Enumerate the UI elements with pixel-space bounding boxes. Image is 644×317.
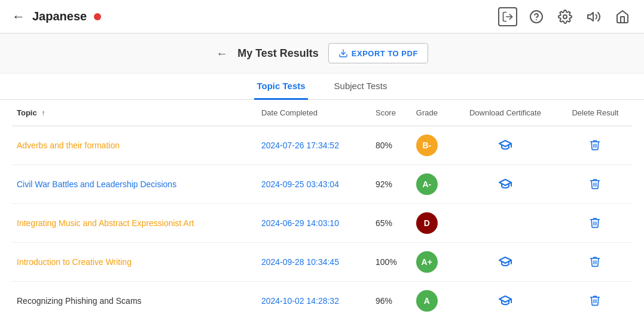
grade-cell: A+ xyxy=(411,243,452,282)
table-row: Recognizing Phishing and Scams2024-10-02… xyxy=(12,282,632,318)
delete-result-button[interactable] xyxy=(589,143,601,153)
download-cert-button[interactable] xyxy=(498,183,512,193)
delete-cell xyxy=(558,243,632,282)
topic-link[interactable]: Integrating Music and Abstract Expressio… xyxy=(17,218,194,228)
delete-result-button[interactable] xyxy=(589,260,601,269)
grade-badge: A+ xyxy=(416,251,438,273)
delete-cell xyxy=(558,126,632,165)
home-icon[interactable] xyxy=(613,7,632,26)
export-pdf-button[interactable]: EXPORT TO PDF xyxy=(328,43,428,63)
table-row: Adverbs and their formation2024-07-26 17… xyxy=(12,126,632,165)
topic-link[interactable]: Civil War Battles and Leadership Decisio… xyxy=(17,179,176,189)
back-button[interactable]: ← xyxy=(12,9,25,25)
page-title: Japanese xyxy=(32,10,87,23)
date-cell: 2024-09-25 03:43:04 xyxy=(257,165,371,204)
delete-cell xyxy=(558,204,632,243)
grade-badge: A- xyxy=(416,173,438,195)
topic-link[interactable]: Adverbs and their formation xyxy=(17,141,120,150)
header-icons xyxy=(498,7,632,26)
score-cell: 65% xyxy=(371,204,411,243)
tab-subject-tests[interactable]: Subject Tests xyxy=(332,74,390,100)
help-icon[interactable] xyxy=(527,7,546,26)
download-cert-cell xyxy=(452,243,558,282)
sub-header-title: My Test Results xyxy=(237,47,319,60)
grade-badge: A xyxy=(416,290,438,312)
download-cert-button[interactable] xyxy=(498,144,512,154)
sub-back-arrow[interactable]: ← xyxy=(216,47,228,60)
date-cell: 2024-10-02 14:28:32 xyxy=(257,282,371,318)
download-cert-cell xyxy=(452,204,558,243)
exit-icon[interactable] xyxy=(498,7,517,26)
score-cell: 100% xyxy=(371,243,411,282)
grade-cell: D xyxy=(411,204,452,243)
audio-icon[interactable] xyxy=(584,7,603,26)
score-cell: 92% xyxy=(371,165,411,204)
delete-result-button[interactable] xyxy=(589,221,601,230)
score-cell: 80% xyxy=(371,126,411,165)
table-row: Civil War Battles and Leadership Decisio… xyxy=(12,165,632,204)
table-row: Introduction to Creative Writing2024-09-… xyxy=(12,243,632,282)
date-cell: 2024-06-29 14:03:10 xyxy=(257,204,371,243)
results-table: Topic ↑ Date Completed Score Grade Downl… xyxy=(12,100,632,317)
col-topic: Topic ↑ xyxy=(12,100,257,126)
col-delete: Delete Result xyxy=(558,100,632,126)
header-left: ← Japanese xyxy=(12,9,101,25)
table-container: Topic ↑ Date Completed Score Grade Downl… xyxy=(0,100,644,317)
download-cert-button[interactable] xyxy=(498,261,512,270)
download-icon xyxy=(338,48,348,58)
topic-link[interactable]: Introduction to Creative Writing xyxy=(17,257,132,267)
grade-badge: B- xyxy=(416,135,438,156)
grade-cell: A xyxy=(411,282,452,318)
tabs: Topic Tests Subject Tests xyxy=(0,74,644,100)
delete-cell xyxy=(558,165,632,204)
download-cert-cell xyxy=(452,126,558,165)
score-cell: 96% xyxy=(371,282,411,318)
delete-result-button[interactable] xyxy=(589,298,601,308)
download-cert-button[interactable] xyxy=(498,300,512,309)
sub-header: ← My Test Results EXPORT TO PDF xyxy=(0,33,644,74)
table-header-row: Topic ↑ Date Completed Score Grade Downl… xyxy=(12,100,632,126)
svg-marker-4 xyxy=(588,13,593,21)
col-date: Date Completed xyxy=(257,100,371,126)
tab-topic-tests[interactable]: Topic Tests xyxy=(254,74,307,100)
delete-cell xyxy=(558,282,632,318)
sort-arrow-icon: ↑ xyxy=(41,109,45,117)
settings-icon[interactable] xyxy=(556,7,575,26)
delete-result-button[interactable] xyxy=(589,182,601,191)
grade-badge: D xyxy=(416,212,438,234)
date-cell: 2024-09-28 10:34:45 xyxy=(257,243,371,282)
topic-link[interactable]: Recognizing Phishing and Scams xyxy=(17,296,142,306)
grade-cell: A- xyxy=(411,165,452,204)
table-row: Integrating Music and Abstract Expressio… xyxy=(12,204,632,243)
download-cert-cell xyxy=(452,165,558,204)
header: ← Japanese xyxy=(0,0,644,33)
col-download: Download Certificate xyxy=(452,100,558,126)
svg-point-3 xyxy=(563,15,567,19)
download-cert-cell xyxy=(452,282,558,318)
grade-cell: B- xyxy=(411,126,452,165)
export-label: EXPORT TO PDF xyxy=(352,49,418,58)
col-grade: Grade xyxy=(411,100,452,126)
col-score: Score xyxy=(371,100,411,126)
status-dot xyxy=(94,13,101,20)
date-cell: 2024-07-26 17:34:52 xyxy=(257,126,371,165)
